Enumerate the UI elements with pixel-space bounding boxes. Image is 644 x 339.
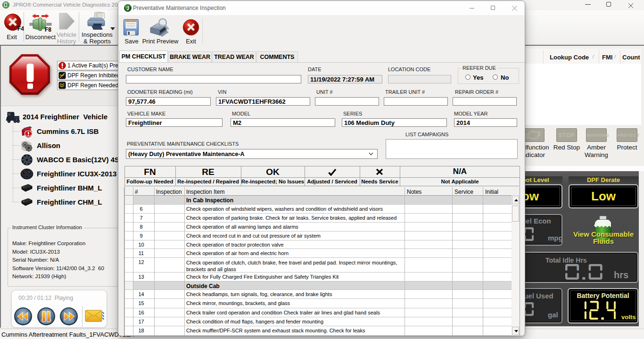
svg-text:F8: F8 (45, 26, 51, 33)
